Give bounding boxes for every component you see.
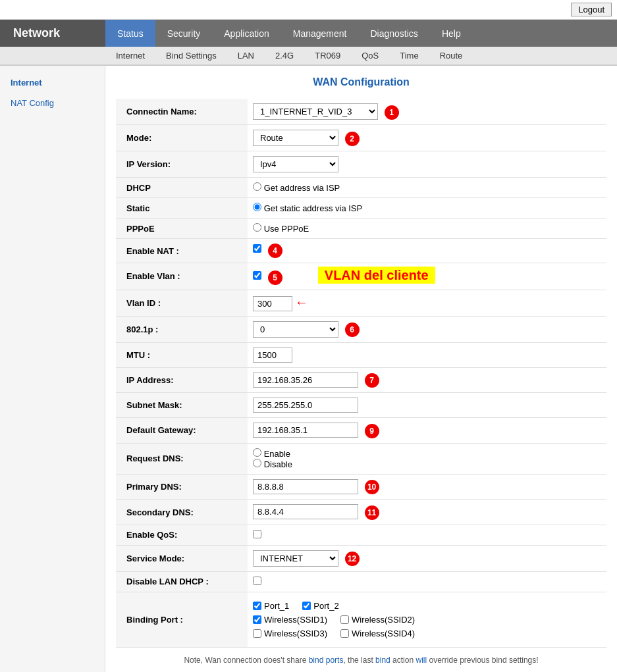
step-10-bubble: 10	[365, 480, 379, 494]
sub-nav-qos[interactable]: QoS	[351, 47, 389, 65]
default-gateway-input[interactable]	[253, 423, 358, 438]
ssid4-item: Wireless(SSID4)	[340, 629, 415, 638]
ip-version-label: IP Version:	[116, 151, 248, 178]
ssid3-checkbox[interactable]	[253, 629, 261, 638]
binding-port-row1: Port_1 Port_2	[253, 601, 601, 611]
row-enable-qos: Enable QoS:	[116, 525, 606, 545]
mtu-input[interactable]	[253, 348, 292, 363]
row-connection-name: Connectin Name: 1_INTERNET_R_VID_3 1	[116, 99, 606, 125]
disable-lan-dhcp-checkbox[interactable]	[253, 577, 261, 585]
step-9-bubble: 9	[365, 424, 379, 438]
enable-nat-checkbox[interactable]	[253, 244, 261, 253]
note-after: override previous bind settings!	[427, 656, 538, 665]
dhcp-radio[interactable]	[253, 182, 261, 191]
vlan-id-input[interactable]	[253, 296, 292, 311]
request-dns-label: Request DNS:	[116, 443, 248, 474]
sub-nav-route[interactable]: Route	[429, 47, 473, 65]
pppoe-cell: Use PPPoE	[248, 219, 606, 239]
sub-nav-internet[interactable]: Internet	[105, 47, 155, 65]
sub-nav: Internet Bind Settings LAN 2.4G TR069 Qo…	[0, 47, 617, 66]
binding-port-row3: Wireless(SSID3) Wireless(SSID4)	[253, 629, 601, 638]
port1-item: Port_1	[253, 601, 289, 611]
secondary-dns-input[interactable]	[253, 504, 358, 519]
row-static: Static Get static address via ISP	[116, 198, 606, 219]
dhcp-label: DHCP	[116, 178, 248, 198]
mode-cell: Route Bridge NAT 2	[248, 125, 606, 151]
sub-nav-tr069[interactable]: TR069	[304, 47, 351, 65]
row-secondary-dns: Secondary DNS: 11	[116, 500, 606, 525]
row-ip-version: IP Version: Ipv4 Ipv6	[116, 151, 606, 178]
nav-item-status[interactable]: Status	[105, 20, 155, 47]
subnet-mask-cell	[248, 393, 606, 418]
ssid4-label: Wireless(SSID4)	[352, 629, 415, 638]
ssid4-checkbox[interactable]	[340, 629, 349, 638]
primary-dns-label: Primary DNS:	[116, 474, 248, 500]
primary-dns-input[interactable]	[253, 479, 358, 494]
vlan-id-cell: ←	[248, 290, 606, 316]
ssid2-label: Wireless(SSID2)	[352, 615, 415, 625]
step-7-bubble: 7	[365, 373, 379, 388]
sidebar: Internet NAT Config	[0, 66, 105, 672]
primary-dns-cell: 10	[248, 474, 606, 500]
nav-item-diagnostics[interactable]: Diagnostics	[359, 20, 430, 47]
row-enable-vlan: Enable Vlan : 5 VLAN del cliente	[116, 263, 606, 290]
note-text: Note, Wan connection does't share bind p…	[116, 656, 606, 665]
dot1p-select[interactable]: 0123 4567	[253, 321, 338, 338]
port1-checkbox[interactable]	[253, 602, 261, 610]
binding-port-label: Binding Port :	[116, 592, 248, 647]
ssid1-checkbox[interactable]	[253, 615, 261, 624]
row-ip-address: IP Address: 7	[116, 367, 606, 393]
ip-address-input[interactable]	[253, 373, 358, 388]
request-dns-disable-radio[interactable]	[253, 459, 261, 467]
sub-nav-bind-settings[interactable]: Bind Settings	[155, 47, 227, 65]
row-disable-lan-dhcp: Disable LAN DHCP :	[116, 571, 606, 592]
sidebar-item-nat-config[interactable]: NAT Config	[0, 93, 105, 113]
disable-lan-dhcp-label: Disable LAN DHCP :	[116, 571, 248, 592]
step-4-bubble: 4	[268, 244, 282, 258]
subnet-mask-input[interactable]	[253, 398, 358, 413]
nav-item-management[interactable]: Management	[281, 20, 359, 47]
enable-vlan-checkbox[interactable]	[253, 271, 261, 280]
enable-qos-checkbox[interactable]	[253, 530, 261, 538]
note-middle2: action	[390, 656, 416, 665]
note-middle: , the last	[343, 656, 375, 665]
sidebar-item-internet[interactable]: Internet	[0, 72, 105, 93]
connection-name-select[interactable]: 1_INTERNET_R_VID_3	[253, 103, 378, 120]
ssid3-item: Wireless(SSID3)	[253, 629, 327, 638]
enable-qos-label: Enable QoS:	[116, 525, 248, 545]
row-pppoe: PPPoE Use PPPoE	[116, 219, 606, 239]
note-before: Note, Wan connection does't share	[184, 656, 308, 665]
row-subnet-mask: Subnet Mask:	[116, 393, 606, 418]
nav-item-security[interactable]: Security	[155, 20, 213, 47]
nav-items: Status Security Application Management D…	[105, 20, 617, 47]
port2-item: Port_2	[302, 601, 338, 611]
port2-checkbox[interactable]	[302, 602, 311, 610]
nav-item-help[interactable]: Help	[430, 20, 473, 47]
sub-nav-lan[interactable]: LAN	[227, 47, 265, 65]
mode-select[interactable]: Route Bridge NAT	[253, 130, 338, 146]
brand-label: Network	[0, 20, 105, 47]
row-enable-nat: Enable NAT : 4	[116, 239, 606, 263]
sub-nav-time[interactable]: Time	[389, 47, 429, 65]
enable-nat-label: Enable NAT :	[116, 239, 248, 263]
logout-button[interactable]: Logout	[571, 3, 612, 16]
sub-nav-2g[interactable]: 2.4G	[265, 47, 304, 65]
pppoe-label: PPPoE	[116, 219, 248, 239]
note-highlight1: bind ports	[309, 656, 344, 665]
row-default-gateway: Default Gateway: 9	[116, 418, 606, 444]
note-highlight2: bind	[375, 656, 390, 665]
pppoe-radio[interactable]	[253, 223, 261, 232]
request-dns-disable-label: Disable	[264, 459, 292, 469]
ssid2-checkbox[interactable]	[340, 615, 349, 624]
static-cell: Get static address via ISP	[248, 198, 606, 219]
request-dns-enable-radio[interactable]	[253, 448, 261, 457]
subnet-mask-label: Subnet Mask:	[116, 393, 248, 418]
service-mode-select[interactable]: INTERNETVOICEVIDEOOTHER	[253, 550, 338, 567]
secondary-dns-label: Secondary DNS:	[116, 500, 248, 525]
dot1p-label: 802.1p :	[116, 316, 248, 342]
main-nav: Network Status Security Application Mana…	[0, 20, 617, 47]
disable-lan-dhcp-cell	[248, 571, 606, 592]
static-radio[interactable]	[253, 203, 261, 211]
ip-version-select[interactable]: Ipv4 Ipv6	[253, 156, 338, 172]
nav-item-application[interactable]: Application	[212, 20, 281, 47]
